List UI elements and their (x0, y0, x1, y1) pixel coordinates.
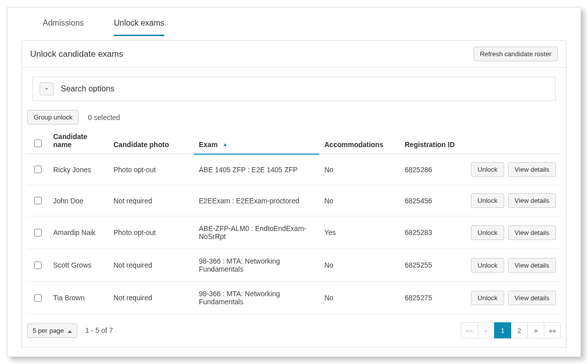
cell-candidate-name: Scott Grows (48, 249, 108, 282)
cell-accommodations: No (319, 282, 400, 314)
cell-candidate-photo: Not required (108, 185, 194, 216)
unlock-button[interactable]: Unlock (471, 258, 504, 273)
col-registration-id[interactable]: Registration ID (400, 129, 460, 154)
cell-exam: ABE-ZFP-ALM0 : EndtoEndExam-NoSrRpt (194, 216, 319, 249)
cell-accommodations: No (319, 154, 400, 185)
cell-exam: 98-366 : MTA: Networking Fundamentals (194, 249, 319, 282)
group-unlock-button[interactable]: Group unlock (27, 110, 79, 125)
cell-candidate-name: John Doe (48, 185, 108, 216)
main-panel: Admissions Unlock exams Unlock candidate… (7, 7, 581, 357)
col-candidate-name[interactable]: Candidate name (48, 129, 108, 154)
table-footer: 5 per page 1 - 5 of 7 «« « 1 2 » »» (22, 314, 566, 347)
row-checkbox[interactable] (34, 262, 42, 269)
table-row: John DoeNot requiredE2EExam : E2EExam-pr… (27, 185, 561, 216)
page-first[interactable]: «« (461, 322, 478, 338)
page-2[interactable]: 2 (511, 322, 528, 338)
page-next[interactable]: » (527, 322, 544, 338)
view-details-button[interactable]: View details (508, 225, 556, 240)
row-checkbox[interactable] (34, 229, 42, 236)
card-title: Unlock candidate exams (30, 49, 123, 59)
tab-unlock-exams[interactable]: Unlock exams (114, 14, 164, 36)
view-details-button[interactable]: View details (508, 291, 556, 305)
search-options-label: Search options (61, 84, 114, 93)
card-header: Unlock candidate exams Refresh candidate… (22, 41, 566, 68)
per-page-label: 5 per page (33, 327, 64, 334)
col-accommodations[interactable]: Accommodations (319, 129, 400, 154)
cell-candidate-name: Tia Brown (48, 282, 108, 314)
unlock-button[interactable]: Unlock (471, 225, 504, 240)
cell-exam: 98-366 : MTA: Networking Fundamentals (194, 282, 319, 314)
view-details-button[interactable]: View details (508, 258, 556, 273)
page-last[interactable]: »» (544, 322, 561, 338)
unlock-button[interactable]: Unlock (471, 193, 504, 208)
table-row: Scott GrowsNot required98-366 : MTA: Net… (27, 249, 561, 282)
row-checkbox[interactable] (34, 294, 42, 302)
cell-candidate-photo: Photo opt-out (108, 216, 194, 249)
candidates-table: Candidate name Candidate photo Exam ▲ Ac… (27, 129, 561, 314)
cell-registration-id: 6825286 (400, 154, 460, 185)
cell-exam: ABE 1405 ZFP : E2E 1405 ZFP (194, 154, 319, 185)
table-row: Ricky JonesPhoto opt-outABE 1405 ZFP : E… (27, 154, 561, 185)
unlock-button[interactable]: Unlock (471, 162, 504, 177)
table-row: Amardip NaikPhoto opt-outABE-ZFP-ALM0 : … (27, 216, 561, 249)
per-page-selector[interactable]: 5 per page (27, 323, 77, 338)
view-details-button[interactable]: View details (508, 162, 556, 177)
sort-ascending-icon: ▲ (222, 142, 227, 147)
cell-accommodations: No (319, 185, 400, 216)
cell-candidate-name: Amardip Naik (48, 216, 108, 249)
pagination: «« « 1 2 » »» (461, 322, 561, 338)
cell-candidate-photo: Not required (108, 282, 194, 314)
unlock-button[interactable]: Unlock (471, 291, 504, 305)
cell-registration-id: 6825255 (400, 249, 460, 282)
caret-up-icon (68, 330, 72, 333)
refresh-roster-button[interactable]: Refresh candidate roster (474, 47, 558, 61)
row-checkbox[interactable] (34, 197, 42, 204)
cell-registration-id: 6825275 (400, 282, 460, 314)
tab-admissions[interactable]: Admissions (43, 14, 84, 36)
table-row: Tia BrownNot required98-366 : MTA: Netwo… (27, 282, 561, 314)
result-range: 1 - 5 of 7 (85, 326, 113, 334)
action-row: Group unlock 0 selected (22, 105, 566, 129)
cell-accommodations: No (319, 249, 400, 282)
cell-candidate-photo: Not required (108, 249, 194, 282)
col-exam-label: Exam (199, 141, 217, 149)
search-options-toggle[interactable]: Search options (32, 77, 556, 101)
tabs-bar: Admissions Unlock exams (8, 8, 580, 36)
page-prev[interactable]: « (478, 322, 495, 338)
chevron-down-icon (40, 82, 54, 95)
cell-candidate-name: Ricky Jones (48, 154, 108, 185)
col-candidate-photo[interactable]: Candidate photo (108, 129, 194, 154)
view-details-button[interactable]: View details (508, 193, 556, 208)
col-exam[interactable]: Exam ▲ (194, 129, 319, 154)
cell-accommodations: Yes (319, 216, 400, 249)
select-all-checkbox[interactable] (34, 140, 42, 147)
cell-candidate-photo: Photo opt-out (108, 154, 194, 185)
row-checkbox[interactable] (34, 166, 42, 173)
unlock-exams-card: Unlock candidate exams Refresh candidate… (22, 40, 566, 348)
cell-registration-id: 6825283 (400, 216, 460, 249)
selected-count: 0 selected (88, 113, 120, 122)
cell-exam: E2EExam : E2EExam-proctored (194, 185, 319, 216)
cell-registration-id: 6825456 (400, 185, 460, 216)
page-1[interactable]: 1 (494, 322, 511, 338)
